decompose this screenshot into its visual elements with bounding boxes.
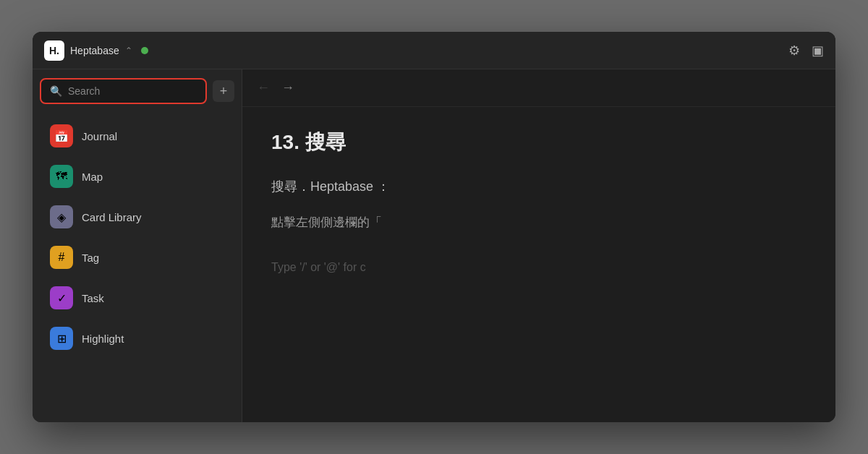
title-bar-right: ⚙ ▣ (788, 43, 824, 59)
sidebar-item-highlight[interactable]: ⊞ Highlight (38, 320, 236, 357)
sidebar-item-journal[interactable]: 📅 Journal (38, 117, 236, 155)
app-icon: H. (44, 40, 64, 61)
forward-button[interactable]: → (281, 80, 294, 95)
add-button[interactable]: + (213, 80, 234, 102)
highlight-label: Highlight (82, 333, 124, 345)
title-bar-left: H. Heptabase ⌃ (44, 40, 788, 61)
journal-label: Journal (82, 130, 117, 142)
content-hint: Type '/' or '@' for c (271, 261, 807, 274)
tag-icon: # (50, 246, 73, 269)
tag-label: Tag (82, 252, 99, 264)
plus-icon: + (220, 84, 228, 99)
sidebar-item-tag[interactable]: # Tag (38, 239, 236, 276)
back-button[interactable]: ← (257, 80, 270, 95)
search-row: 🔍 Search + (33, 69, 242, 113)
page-title: 13. 搜尋 (271, 129, 807, 156)
sidebar-toggle-button[interactable]: ▣ (812, 43, 824, 59)
task-icon: ✓ (50, 286, 73, 309)
search-placeholder: Search (68, 85, 100, 97)
title-bar: H. Heptabase ⌃ ⚙ ▣ (33, 32, 835, 69)
status-dot (141, 47, 148, 54)
content-description: 點擊左側側邊欄的「 (271, 213, 807, 232)
sidebar-nav: 📅 Journal 🗺 Map ◈ Card Library # Tag (33, 113, 242, 361)
app-window: H. Heptabase ⌃ ⚙ ▣ 🔍 Search (33, 32, 835, 422)
sidebar-icon: ▣ (812, 43, 824, 59)
settings-button[interactable]: ⚙ (788, 43, 800, 59)
forward-arrow-icon: → (281, 80, 294, 95)
sidebar-item-task[interactable]: ✓ Task (38, 279, 236, 317)
content-nav: ← → (242, 69, 835, 107)
content-subtitle: 搜尋．Heptabase ： (271, 178, 807, 195)
sidebar-item-card-library[interactable]: ◈ Card Library (38, 198, 236, 236)
chevron-icon: ⌃ (125, 46, 132, 56)
card-library-icon: ◈ (50, 205, 73, 228)
task-label: Task (82, 292, 104, 304)
app-name: Heptabase (70, 45, 119, 56)
map-label: Map (82, 171, 103, 183)
search-box[interactable]: 🔍 Search (40, 78, 207, 104)
sidebar-item-map[interactable]: 🗺 Map (38, 158, 236, 195)
content-area: ← → 13. 搜尋 搜尋．Heptabase ： 點擊左側側邊欄的「 Type… (242, 69, 835, 422)
journal-icon: 📅 (50, 124, 73, 147)
card-library-label: Card Library (82, 211, 142, 223)
map-icon: 🗺 (50, 165, 73, 188)
gear-icon: ⚙ (788, 43, 800, 59)
content-body: 13. 搜尋 搜尋．Heptabase ： 點擊左側側邊欄的「 Type '/'… (242, 107, 835, 422)
back-arrow-icon: ← (257, 80, 270, 95)
main-content: 🔍 Search + 📅 Journal 🗺 Map (33, 69, 835, 422)
sidebar: 🔍 Search + 📅 Journal 🗺 Map (33, 69, 242, 422)
search-icon: 🔍 (50, 85, 62, 97)
highlight-icon: ⊞ (50, 327, 73, 350)
